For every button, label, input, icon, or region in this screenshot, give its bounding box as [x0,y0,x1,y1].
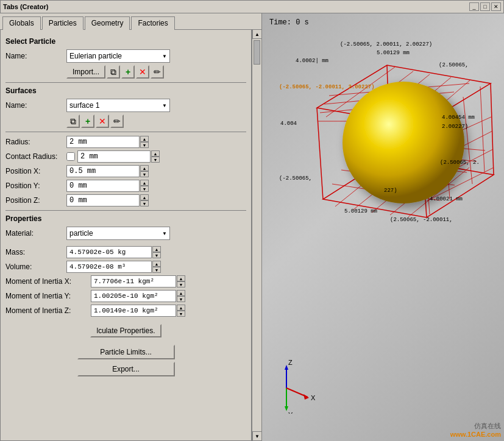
radius-input[interactable] [66,136,140,148]
annot-right-mid: (2.50065, 2. [440,160,480,166]
moi-x-spinner: ▲ ▼ [177,275,185,288]
moi-x-input[interactable] [91,275,176,288]
position-y-input[interactable] [66,180,140,192]
radius-input-group: ▲ ▼ [66,136,149,148]
left-panel: Globals Particles Geometry Factories Sel… [0,13,262,441]
volume-up-button[interactable]: ▲ [152,261,161,267]
surface-edit-button[interactable]: ✏ [110,115,124,128]
annot-right-mm2: 2.00227) [442,124,468,130]
grid-right-v4 [480,86,484,172]
mass-label: Mass: [5,248,66,256]
mass-spinner: ▲ ▼ [152,246,161,258]
moi-y-up-button[interactable]: ▲ [177,290,185,296]
volume-label: Volume: [5,263,66,271]
moi-x-input-group: ▲ ▼ [91,275,185,288]
moi-x-up-button[interactable]: ▲ [177,275,185,281]
scroll-up-button[interactable]: ▲ [252,29,261,39]
annot-left-4: 4.004 [280,121,297,127]
position-x-input[interactable] [66,165,140,177]
separator-3 [5,210,246,211]
radius-up-button[interactable]: ▲ [140,136,149,142]
moi-z-input[interactable] [91,305,176,317]
annot-227: 227) [384,188,397,194]
mass-down-button[interactable]: ▼ [152,252,161,258]
position-y-up-button[interactable]: ▲ [140,180,149,186]
scene-svg: (-2.50065, 2.00011, 2.00227) 5.00129 mm … [262,29,504,414]
limits-btn-row: Particle Limits... [5,345,246,359]
tab-factories[interactable]: Factories [131,16,174,30]
position-z-input-group: ▲ ▼ [66,194,149,206]
restore-button[interactable]: □ [480,2,490,11]
tab-globals[interactable]: Globals [2,16,41,30]
y-axis-arrow [285,406,288,411]
moi-z-down-button[interactable]: ▼ [177,311,185,317]
mass-input-group: ▲ ▼ [66,246,161,258]
calculate-properties-button[interactable]: lculate Properties. [90,324,161,337]
surface-delete-button[interactable]: ✕ [96,115,109,128]
material-dropdown[interactable]: particle ▼ [66,227,170,240]
edit-button[interactable]: ✏ [151,65,164,79]
add-icon: + [126,67,130,77]
mass-input[interactable] [66,246,152,258]
panel-with-scroll: Select Particle Name: Eulerian particle … [0,29,261,441]
position-y-down-button[interactable]: ▼ [140,186,149,192]
particle-toolbar: Import... ⧉ + ✕ ✏ [66,65,246,79]
annot-left-mm: 4.0002| mm [296,58,328,64]
surface-add-button[interactable]: + [81,115,94,128]
annot-right-21: 4.00021 mm [430,196,463,202]
moi-x-label: Moment of Inertia X: [5,277,91,286]
moi-y-input[interactable] [91,290,176,302]
export-button[interactable]: Export... [77,362,175,376]
watermark-line2: www.1CAE.com [450,431,501,438]
material-label: Material: [5,229,66,238]
scroll-down-button[interactable]: ▼ [252,431,261,441]
volume-down-button[interactable]: ▼ [152,267,161,273]
surface-name-dropdown[interactable]: surface 1 ▼ [66,99,170,112]
volume-input-group: ▲ ▼ [66,261,161,273]
volume-input[interactable] [66,261,152,273]
panel-content: Select Particle Name: Eulerian particle … [0,29,252,441]
contact-radius-up-button[interactable]: ▲ [151,150,160,157]
radius-down-button[interactable]: ▼ [140,142,149,148]
particle-limits-button[interactable]: Particle Limits... [77,345,175,359]
position-x-up-button[interactable]: ▲ [140,165,149,171]
contact-radius-checkbox[interactable] [66,152,75,161]
delete-button[interactable]: ✕ [136,65,149,79]
moi-x-down-button[interactable]: ▼ [177,281,185,288]
moi-y-down-button[interactable]: ▼ [177,296,185,302]
contact-radius-row: Contact Radius: ▲ ▼ [5,150,246,163]
tab-particles[interactable]: Particles [42,16,83,30]
contact-radius-input[interactable] [77,150,151,163]
add-button[interactable]: + [121,65,135,79]
delete-icon: ✕ [139,67,146,77]
particle-name-row: Name: Eulerian particle ▼ [5,49,246,63]
contact-radius-down-button[interactable]: ▼ [151,157,160,163]
contact-radius-label: Contact Radius: [5,152,66,161]
mass-row: Mass: ▲ ▼ [5,246,246,258]
z-axis-label: Z [288,359,293,366]
copy-button[interactable]: ⧉ [107,65,120,79]
annot-top-left: (-2.50065, 2.00011, 2.00227) [340,41,432,48]
moi-z-label: Moment of Inertia Z: [5,306,91,315]
moi-z-up-button[interactable]: ▲ [177,305,185,311]
import-button[interactable]: Import... [66,65,105,79]
position-z-input[interactable] [66,194,140,206]
title-bar: Tabs (Creator) _ □ ✕ [0,0,504,13]
tab-geometry[interactable]: Geometry [85,16,130,30]
scrollbar[interactable]: ▲ ▼ [252,29,261,441]
minimize-button[interactable]: _ [469,2,479,11]
position-y-input-group: ▲ ▼ [66,180,149,192]
mass-up-button[interactable]: ▲ [152,246,161,252]
surface-copy-button[interactable]: ⧉ [66,115,80,128]
position-x-spinner: ▲ ▼ [140,165,149,177]
surfaces-title: Surfaces [5,86,246,95]
position-z-down-button[interactable]: ▼ [140,200,149,206]
position-x-down-button[interactable]: ▼ [140,171,149,177]
main-content: Globals Particles Geometry Factories Sel… [0,13,504,441]
scroll-thumb[interactable] [254,40,260,65]
close-button[interactable]: ✕ [491,2,501,11]
particle-name-dropdown[interactable]: Eulerian particle ▼ [66,49,170,63]
position-z-up-button[interactable]: ▲ [140,194,149,200]
position-z-spinner: ▲ ▼ [140,194,149,206]
scroll-area [252,39,261,431]
